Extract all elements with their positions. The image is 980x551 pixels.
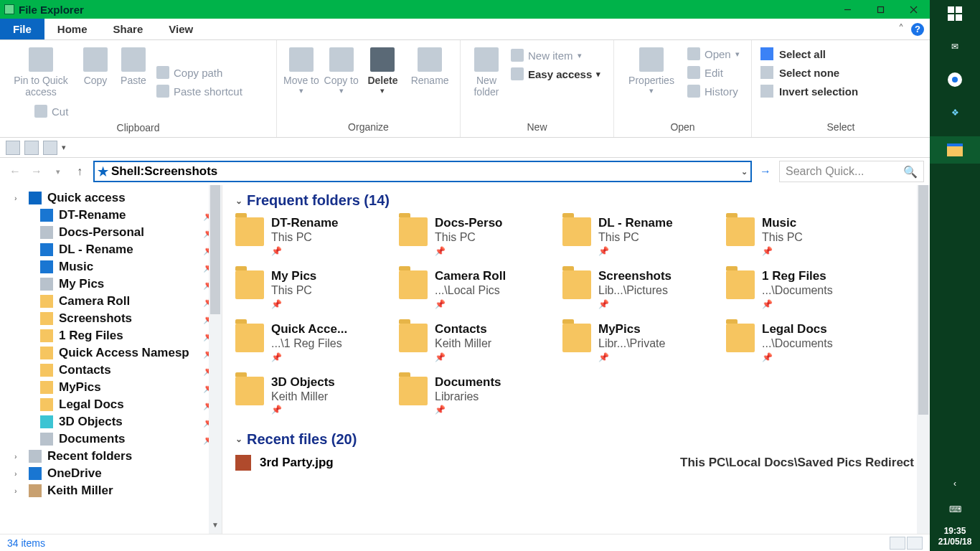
- maximize-button[interactable]: [864, 0, 897, 19]
- paste-button[interactable]: Paste: [113, 43, 154, 86]
- folder-item[interactable]: DT-RenameThis PC📌: [235, 216, 399, 256]
- start-button[interactable]: [946, 4, 964, 23]
- scroll-thumb[interactable]: [210, 185, 220, 314]
- tree-item[interactable]: 3D Objects📌: [7, 413, 222, 430]
- tree-item[interactable]: Contacts📌: [7, 362, 222, 379]
- tree-item[interactable]: Documents📌: [7, 430, 222, 448]
- select-all-button[interactable]: Select all: [760, 46, 858, 62]
- app-icon-1[interactable]: ❖: [946, 103, 964, 122]
- qat-button-3[interactable]: [43, 141, 57, 155]
- forward-button[interactable]: →: [29, 164, 44, 179]
- invert-selection-button[interactable]: Invert selection: [760, 83, 858, 99]
- tree-item[interactable]: Legal Docs📌: [7, 396, 222, 413]
- tree-item[interactable]: Quick Access Namesp📌: [7, 344, 222, 362]
- tree-item[interactable]: My Pics📌: [7, 276, 222, 293]
- pin-to-quick-access-button[interactable]: Pin to Quick access: [4, 43, 77, 98]
- copy-button[interactable]: Copy: [77, 43, 113, 86]
- group-open-label: Open: [614, 121, 751, 137]
- tree-item[interactable]: 1 Reg Files📌: [7, 327, 222, 344]
- paste-shortcut-button[interactable]: Paste shortcut: [154, 83, 245, 99]
- folder-icon: [726, 217, 755, 246]
- tray-expand-icon[interactable]: ‹: [946, 474, 964, 493]
- folder-icon: [40, 209, 53, 222]
- folder-item[interactable]: MyPicsLibr...\Private📌: [562, 322, 726, 362]
- delete-button[interactable]: Delete: [362, 43, 405, 95]
- folder-item[interactable]: ScreenshotsLib...\Pictures📌: [562, 269, 726, 309]
- search-box[interactable]: Search Quick... 🔍: [779, 161, 924, 182]
- help-icon[interactable]: ?: [911, 23, 924, 36]
- rename-button[interactable]: Rename: [404, 43, 456, 86]
- folder-item[interactable]: DL - RenameThis PC📌: [562, 216, 726, 256]
- folder-item[interactable]: DocumentsLibraries📌: [399, 375, 562, 415]
- copy-path-button[interactable]: Copy path: [154, 65, 245, 80]
- scroll-down-icon[interactable]: ▼: [209, 521, 222, 534]
- folder-item[interactable]: MusicThis PC📌: [726, 216, 890, 256]
- recent-locations-button[interactable]: ▾: [50, 164, 66, 179]
- tree-item[interactable]: ›OneDrive: [7, 465, 222, 482]
- content-scrollbar[interactable]: [917, 185, 930, 534]
- qat-button-1[interactable]: [6, 141, 20, 155]
- clock[interactable]: 19:35 21/05/18: [938, 526, 972, 547]
- folder-item[interactable]: My PicsThis PC📌: [235, 269, 399, 309]
- select-none-button[interactable]: Select none: [760, 65, 858, 80]
- tree-item[interactable]: Music📌: [7, 258, 222, 276]
- icons-view-button[interactable]: [907, 537, 923, 550]
- mail-icon[interactable]: ✉: [946, 37, 964, 56]
- collapse-ribbon-icon[interactable]: ˄: [895, 24, 907, 35]
- tree-item[interactable]: DL - Rename📌: [7, 241, 222, 258]
- qat-button-2[interactable]: [24, 141, 39, 155]
- folder-item[interactable]: Legal Docs...\Documents📌: [726, 322, 890, 362]
- address-dropdown[interactable]: ⌄: [741, 167, 748, 176]
- folder-item[interactable]: 3D ObjectsKeith Miller📌: [235, 375, 399, 415]
- tree-item[interactable]: MyPics📌: [7, 379, 222, 396]
- folder-icon: [235, 324, 264, 352]
- tab-share[interactable]: Share: [100, 19, 156, 39]
- tree-item[interactable]: ›Quick access: [7, 189, 222, 207]
- qat-dropdown[interactable]: ▾: [62, 143, 66, 152]
- tree-item[interactable]: Screenshots📌: [7, 310, 222, 327]
- tab-home[interactable]: Home: [44, 19, 100, 39]
- folder-item[interactable]: Camera Roll...\Local Pics📌: [399, 269, 562, 309]
- open-button[interactable]: Open: [684, 46, 743, 62]
- folder-item[interactable]: Docs-PersoThis PC📌: [399, 216, 562, 256]
- frequent-folders-header[interactable]: ⌄ Frequent folders (14): [235, 192, 930, 209]
- window-title: File Explorer: [19, 4, 84, 16]
- folder-icon: [40, 381, 53, 394]
- back-button[interactable]: ←: [7, 164, 23, 179]
- tree-item[interactable]: Docs-Personal📌: [7, 224, 222, 241]
- content-scroll-thumb[interactable]: [918, 185, 928, 415]
- up-button[interactable]: ↑: [72, 164, 88, 179]
- details-view-button[interactable]: [890, 537, 905, 550]
- recent-file-row[interactable]: 3rd Party.jpgThis PC\Local Docs\Saved Pi…: [235, 455, 930, 471]
- folder-item[interactable]: Quick Acce......\1 Reg Files📌: [235, 322, 399, 362]
- tree-item[interactable]: Camera Roll📌: [7, 293, 222, 310]
- move-to-button[interactable]: Move to: [281, 43, 321, 95]
- new-item-button[interactable]: New item: [508, 47, 603, 63]
- new-folder-button[interactable]: New folder: [465, 43, 508, 98]
- cut-button-2[interactable]: Cut: [32, 103, 245, 119]
- tab-view[interactable]: View: [156, 19, 206, 39]
- easy-access-button[interactable]: Easy access: [508, 66, 603, 82]
- copy-to-button[interactable]: Copy to: [321, 43, 362, 95]
- go-button[interactable]: →: [758, 165, 773, 178]
- tree-item[interactable]: ›Recent folders: [7, 448, 222, 465]
- history-button[interactable]: History: [684, 83, 743, 99]
- tree-scrollbar[interactable]: ▲ ▼: [209, 185, 222, 534]
- folder-icon: [40, 226, 53, 239]
- tree-item[interactable]: ›Keith Miller: [7, 482, 222, 499]
- minimize-button[interactable]: [831, 0, 864, 19]
- folder-item[interactable]: 1 Reg Files...\Documents📌: [726, 269, 890, 309]
- address-input[interactable]: [111, 162, 738, 181]
- explorer-taskbar-icon[interactable]: [930, 136, 980, 164]
- properties-button[interactable]: Properties: [618, 43, 684, 95]
- tree-item[interactable]: DT-Rename📌: [7, 207, 222, 224]
- address-bar[interactable]: ★ ⌄: [93, 161, 752, 182]
- recent-files-header[interactable]: ⌄ Recent files (20): [235, 431, 930, 448]
- chrome-icon[interactable]: [946, 70, 964, 89]
- edit-button[interactable]: Edit: [684, 65, 743, 80]
- folder-item[interactable]: ContactsKeith Miller📌: [399, 322, 562, 362]
- keyboard-icon[interactable]: ⌨: [946, 500, 964, 519]
- tab-file[interactable]: File: [0, 19, 44, 39]
- close-button[interactable]: [897, 0, 930, 19]
- folder-icon: [29, 484, 42, 497]
